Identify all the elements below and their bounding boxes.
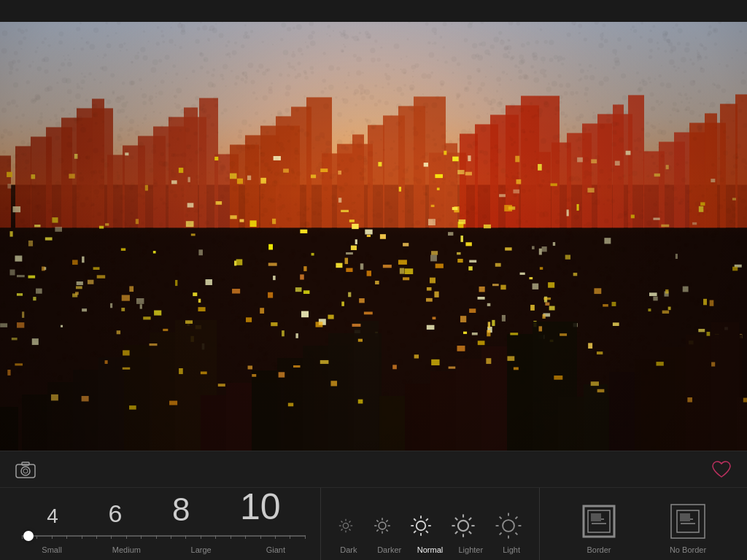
label-light: Light: [493, 545, 530, 554]
brightness-light-icon[interactable]: [495, 512, 522, 540]
size-6[interactable]: 6: [108, 499, 122, 528]
brightness-darker-icon[interactable]: [373, 516, 392, 535]
svg-line-48: [500, 533, 502, 535]
label-large: Large: [179, 545, 223, 554]
top-bar: [0, 0, 747, 22]
image-container: [0, 22, 747, 451]
svg-point-3: [23, 469, 28, 473]
slider-handle[interactable]: [23, 531, 34, 541]
no-border-option[interactable]: [670, 503, 706, 540]
bottom-toolbar: 4 6 8 10: [0, 487, 747, 560]
svg-line-46: [516, 533, 518, 535]
brightness-labels: Dark Darker Normal Lighter Light: [328, 545, 532, 554]
main-image: [0, 22, 747, 451]
label-small: Small: [30, 545, 74, 554]
svg-line-47: [516, 517, 518, 519]
brightness-lighter-icon[interactable]: [451, 513, 476, 538]
svg-line-36: [455, 518, 457, 520]
svg-line-37: [469, 532, 471, 534]
svg-point-31: [458, 521, 468, 531]
svg-rect-2: [22, 462, 29, 465]
svg-line-9: [341, 521, 342, 522]
svg-line-29: [426, 518, 428, 521]
size-8[interactable]: 8: [172, 491, 190, 528]
label-darker: Darker: [371, 545, 408, 554]
svg-rect-58: [680, 513, 690, 521]
svg-line-20: [386, 520, 387, 521]
svg-line-11: [349, 521, 350, 522]
size-section: 4 6 8 10: [0, 488, 321, 560]
label-lighter: Lighter: [452, 545, 489, 554]
border-labels: Border No Border: [554, 545, 732, 554]
svg-point-22: [417, 521, 426, 531]
border-section: Border No Border: [540, 488, 747, 560]
svg-rect-53: [591, 513, 601, 521]
svg-point-1: [21, 467, 30, 475]
svg-line-45: [500, 517, 502, 519]
svg-line-21: [376, 529, 378, 531]
svg-line-27: [414, 518, 417, 521]
label-dark: Dark: [330, 545, 367, 554]
svg-line-12: [341, 529, 342, 530]
brightness-normal-icon[interactable]: [410, 515, 432, 537]
label-normal: Normal: [411, 545, 448, 554]
svg-point-4: [343, 523, 348, 528]
brightness-icons: [328, 512, 532, 540]
svg-line-19: [386, 529, 387, 531]
label-no-border: No Border: [662, 545, 713, 554]
brightness-section: Dark Darker Normal Lighter Light: [321, 488, 540, 560]
size-10[interactable]: 10: [240, 486, 281, 528]
label-giant: Giant: [254, 545, 298, 554]
svg-line-28: [426, 531, 428, 533]
border-option[interactable]: [581, 503, 617, 540]
svg-point-40: [503, 520, 514, 532]
size-labels: Small Medium Large Giant: [15, 545, 313, 554]
svg-line-30: [414, 531, 417, 533]
brightness-dark-icon[interactable]: [338, 518, 354, 534]
size-slider-container[interactable]: [15, 531, 313, 541]
svg-line-39: [455, 532, 457, 534]
app: 4 6 8 10: [0, 0, 747, 560]
label-border: Border: [573, 545, 624, 554]
border-icons: [554, 503, 732, 540]
svg-line-38: [469, 518, 471, 520]
camera-button[interactable]: [15, 459, 36, 481]
size-4[interactable]: 4: [47, 505, 58, 528]
size-slider-track[interactable]: [22, 535, 306, 537]
heart-button[interactable]: [711, 459, 732, 481]
size-numbers: 4 6 8 10: [15, 486, 313, 528]
svg-line-10: [349, 529, 350, 530]
label-medium: Medium: [104, 545, 148, 554]
svg-line-18: [376, 520, 378, 521]
svg-point-13: [379, 522, 386, 529]
action-bar: [0, 451, 747, 487]
